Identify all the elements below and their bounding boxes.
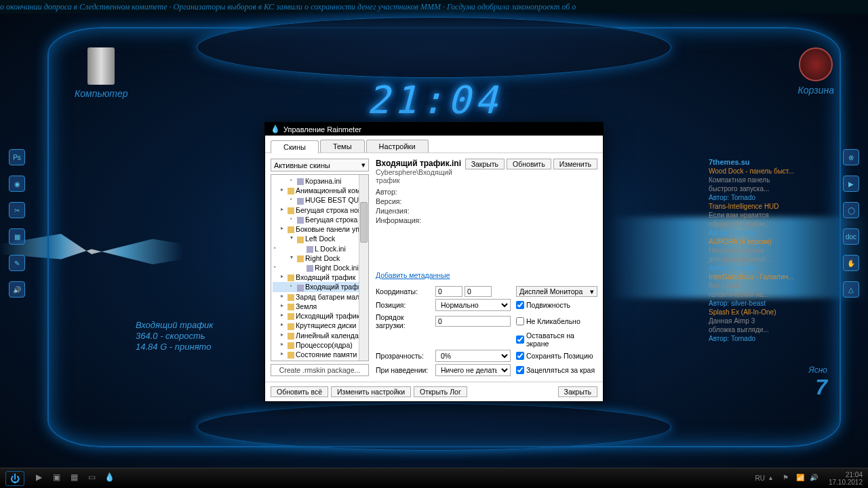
create-package-button[interactable]: Create .rmskin package...	[271, 364, 369, 376]
taskbar-rainmeter-icon[interactable]: 💧	[103, 472, 115, 485]
tree-folder[interactable]: Боковые панели управле	[273, 224, 367, 234]
transparency-select[interactable]: 0%	[435, 350, 511, 362]
snap-edges-checkbox[interactable]: Зацепляться за края	[516, 366, 597, 374]
tray-chevron-icon[interactable]: ▴	[769, 474, 778, 483]
mobility-checkbox[interactable]: Подвижность	[516, 301, 597, 309]
refresh-button[interactable]: Обновить	[507, 159, 551, 169]
rainmeter-manage-window[interactable]: 💧 Управление Rainmeter Скины Темы Настро…	[264, 122, 604, 402]
desktop-icon-computer[interactable]: Компьютер	[75, 47, 128, 99]
tray-volume-icon[interactable]: 🔊	[810, 474, 819, 483]
hud-top-panel	[197, 17, 671, 78]
skins-left-panel: Активные скины ▾ Корзина.iniАнимационный…	[271, 159, 369, 376]
tree-folder[interactable]: Линейный календарь	[273, 331, 367, 340]
feed-item[interactable]: Wood Dock - панель быст... Компактная па…	[709, 167, 834, 202]
dropdown-label: Активные скины	[274, 161, 330, 169]
desktop-icon-trash[interactable]: Корзина	[798, 47, 834, 96]
unload-button[interactable]: Закрыть	[465, 159, 505, 169]
close-button[interactable]: Закрыть	[558, 386, 597, 397]
weather-widget: Ясно 7	[809, 365, 827, 400]
open-log-button[interactable]: Открыть Лог	[414, 386, 467, 397]
stay-on-screen-checkbox[interactable]: Оставаться на экране	[516, 331, 597, 348]
feed-item[interactable]: Splash Ex (All-In-One) Данная Aimp 3 обл…	[709, 308, 834, 343]
window-title: Управление Rainmeter	[283, 125, 361, 134]
feed-item[interactable]: AURORA (4 версии) Неплохая шкурка для пр…	[709, 237, 834, 272]
tree-folder[interactable]: Земля	[273, 302, 367, 311]
tree-folder[interactable]: Заряд батареи маленьки	[273, 292, 367, 302]
tray-network-icon[interactable]: 📶	[796, 474, 806, 483]
coord-y-input[interactable]	[465, 286, 492, 297]
position-select[interactable]: Нормально	[435, 299, 511, 311]
edit-icon[interactable]: ✎	[9, 255, 25, 271]
feed-item[interactable]: InterGalacticus - Галактич... Вот такой …	[709, 272, 834, 308]
start-button[interactable]: ⏻	[5, 471, 24, 486]
tree-folder[interactable]: Крутящиеся диски	[273, 321, 367, 330]
edit-button[interactable]: Изменить	[553, 159, 597, 169]
tab-themes[interactable]: Темы	[320, 140, 365, 152]
tree-file[interactable]: Бегущая строка ново	[273, 215, 367, 224]
tree-file[interactable]: HUGE BEST QUALITY.i	[273, 195, 367, 205]
display-monitor-dropdown[interactable]: Дисплей Монитора▾	[516, 286, 597, 297]
tree-folder[interactable]: Анимационный компью	[273, 186, 367, 195]
taskbar[interactable]: ⏻ ▶ ▣ ▦ ▭ 💧 RU ▴ ⚑ 📶 🔊 21:04 17.10.2012	[0, 468, 868, 488]
taskbar-clock[interactable]: 21:04 17.10.2012	[829, 471, 863, 486]
tree-folder[interactable]: Входящий трафик	[273, 272, 367, 282]
icon-label: Компьютер	[75, 88, 128, 99]
tree-folder[interactable]: Исходящий трафик	[273, 311, 367, 321]
tab-skins[interactable]: Скины	[271, 140, 319, 153]
tree-folder[interactable]: Бегущая строка новосте	[273, 205, 367, 215]
tree-file[interactable]: Корзина.ini	[273, 176, 367, 186]
active-skins-dropdown[interactable]: Активные скины ▾	[271, 159, 369, 171]
youtube-icon[interactable]: ▶	[843, 176, 859, 192]
skin-path: Cybersphere\Входящий трафик	[376, 168, 465, 184]
tree-folder[interactable]: Состояние памяти	[273, 350, 367, 359]
tree-scrollbar[interactable]	[359, 175, 368, 361]
scrollbar-thumb[interactable]	[360, 202, 368, 243]
hand-icon[interactable]: ✋	[843, 255, 859, 271]
edit-settings-button[interactable]: Изменить настройки	[331, 386, 411, 397]
hud-bottom-panel	[197, 403, 671, 451]
grid-icon[interactable]: ▦	[9, 228, 25, 245]
tree-folder[interactable]: Left Dock	[273, 234, 367, 243]
coord-x-input[interactable]	[435, 286, 462, 297]
language-indicator[interactable]: RU	[755, 474, 764, 482]
skins-tree[interactable]: Корзина.iniАнимационный компьюHUGE BEST …	[271, 174, 369, 361]
tree-file[interactable]: Входящий трафик.ini	[273, 282, 367, 291]
rss-feed-widget: 7themes.su Wood Dock - панель быст... Ко…	[709, 158, 834, 343]
feed-item[interactable]: Trans-Intelligence HUD Если вам нравится…	[709, 202, 834, 237]
taskbar-play-icon[interactable]: ▶	[33, 472, 45, 485]
save-position-checkbox[interactable]: Сохранять Позицию	[516, 352, 597, 360]
traffic-title: Входящий трафик	[136, 320, 213, 331]
refresh-all-button[interactable]: Обновить всё	[271, 386, 328, 397]
window-titlebar[interactable]: 💧 Управление Rainmeter	[265, 123, 603, 136]
tree-folder[interactable]: Процессор(ядра)	[273, 340, 367, 350]
taskbar-folder-icon[interactable]: ▭	[85, 472, 98, 485]
load-order-input[interactable]	[435, 316, 511, 327]
tray-flag-icon[interactable]: ⚑	[783, 474, 792, 483]
tree-file[interactable]: Right Dock.ini	[273, 263, 367, 272]
tree-file[interactable]: L Dock.ini	[273, 244, 367, 253]
skin-settings-grid: Координаты: Дисплей Монитора▾ Позиция: Н…	[376, 286, 597, 376]
skin-metadata: Автор: Версия: Лицензия: Информация:	[376, 187, 597, 225]
tab-bar: Скины Темы Настройки	[265, 136, 603, 153]
taskbar-app-icon[interactable]: ▦	[68, 472, 80, 485]
taskbar-app-icon[interactable]: ▣	[50, 472, 62, 485]
doc-icon[interactable]: doc	[843, 228, 859, 245]
triangle-icon[interactable]: △	[843, 281, 859, 298]
scissors-icon[interactable]: ✂	[9, 202, 25, 218]
system-tray: RU ▴ ⚑ 📶 🔊 21:04 17.10.2012	[755, 471, 863, 486]
right-dock: ⊕ ▶ ◯ doc ✋ △	[841, 149, 861, 298]
globe-icon[interactable]: ⊕	[843, 149, 859, 165]
on-hover-select[interactable]: Ничего не делать	[435, 364, 511, 376]
taskbar-items: ▶ ▣ ▦ ▭ 💧	[33, 472, 115, 485]
coords-label: Координаты:	[376, 287, 430, 296]
tree-folder[interactable]: Right Dock	[273, 253, 367, 263]
speaker-icon[interactable]: 🔊	[9, 281, 25, 298]
app-icon[interactable]: ◉	[9, 176, 25, 192]
photoshop-icon[interactable]: Ps	[9, 149, 25, 165]
globe2-icon[interactable]: ◯	[843, 202, 859, 218]
add-metadata-link[interactable]: Добавить метаданные	[376, 271, 597, 279]
noclick-checkbox[interactable]: Не Кликабельно	[516, 317, 597, 325]
feed-site[interactable]: 7themes.su	[709, 158, 834, 167]
tab-settings[interactable]: Настройки	[366, 140, 429, 152]
lightning-effect	[0, 203, 305, 305]
